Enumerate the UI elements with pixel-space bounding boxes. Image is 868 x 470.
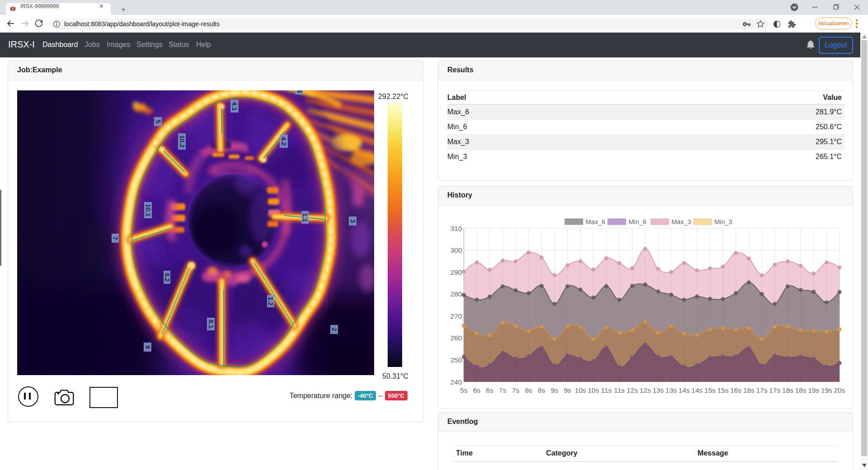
svg-text:1.1: 1.1: [301, 213, 309, 222]
svg-text:6s: 6s: [473, 386, 481, 394]
svg-text:10.2: 10.2: [178, 135, 186, 148]
svg-text:Min_3: Min_3: [714, 218, 732, 226]
svg-text:14s: 14s: [691, 386, 703, 394]
svg-text:17s: 17s: [756, 386, 768, 394]
svg-text:15s: 15s: [704, 386, 716, 394]
svg-text:Min_6: Min_6: [629, 218, 647, 226]
svg-text:9: 9: [144, 345, 151, 349]
svg-text:17s: 17s: [769, 386, 780, 394]
svg-text:11s: 11s: [601, 386, 612, 394]
svg-text:7: 7: [112, 236, 119, 240]
svg-text:18s: 18s: [782, 386, 793, 394]
svg-text:10s: 10s: [588, 386, 599, 394]
svg-text:260: 260: [450, 334, 462, 342]
svg-text:16s: 16s: [730, 386, 741, 394]
svg-text:10s: 10s: [575, 386, 586, 394]
svg-text:9s: 9s: [564, 386, 572, 394]
svg-text:5: 5: [155, 120, 162, 123]
svg-text:8s: 8s: [538, 386, 545, 394]
svg-text:7s: 7s: [499, 386, 507, 394]
svg-text:18s: 18s: [795, 386, 807, 394]
svg-text:14s: 14s: [678, 386, 690, 394]
svg-text:8.1: 8.1: [207, 320, 215, 329]
svg-text:10.1: 10.1: [145, 204, 152, 216]
svg-text:280: 280: [450, 290, 462, 298]
svg-text:7s: 7s: [512, 386, 520, 394]
svg-text:5s: 5s: [460, 386, 468, 394]
svg-text:250: 250: [450, 356, 462, 364]
svg-text:Max_6: Max_6: [586, 218, 605, 226]
svg-text:6: 6: [296, 90, 303, 93]
svg-text:9s: 9s: [551, 386, 558, 394]
svg-text:Max_3: Max_3: [671, 218, 691, 226]
svg-text:3: 3: [349, 219, 357, 223]
svg-text:8s: 8s: [525, 386, 533, 394]
svg-text:12s: 12s: [627, 386, 638, 394]
svg-text:19s: 19s: [821, 386, 832, 394]
svg-text:240: 240: [450, 378, 462, 386]
svg-text:12s: 12s: [639, 386, 651, 394]
svg-text:6s: 6s: [486, 386, 494, 394]
svg-text:13s: 13s: [666, 386, 677, 394]
svg-text:19s: 19s: [808, 386, 819, 394]
svg-text:13s: 13s: [652, 386, 664, 394]
svg-text:290: 290: [450, 268, 462, 276]
svg-text:11s: 11s: [614, 386, 625, 394]
svg-text:4.2: 4.2: [280, 136, 287, 146]
svg-text:270: 270: [450, 312, 462, 320]
svg-text:310: 310: [450, 225, 462, 232]
svg-text:4.1: 4.1: [231, 102, 238, 111]
svg-text:300: 300: [450, 246, 462, 254]
svg-text:20s: 20s: [834, 386, 845, 394]
svg-text:8.2: 8.2: [164, 273, 171, 282]
svg-text:2: 2: [331, 328, 338, 331]
svg-text:1.2: 1.2: [267, 296, 274, 306]
svg-text:16s: 16s: [743, 386, 755, 394]
svg-text:15s: 15s: [717, 386, 728, 394]
